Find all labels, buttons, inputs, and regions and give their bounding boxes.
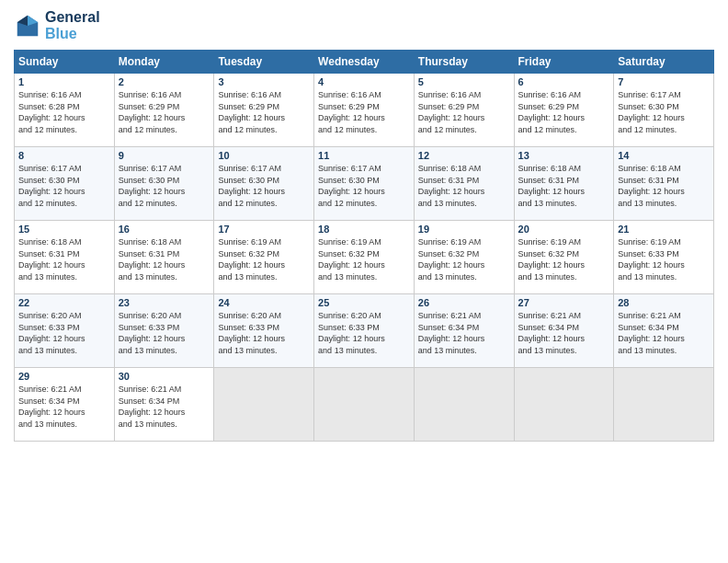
day-info: Sunrise: 6:17 AM Sunset: 6:30 PM Dayligh… [318,163,410,209]
day-cell: 18Sunrise: 6:19 AM Sunset: 6:32 PM Dayli… [314,221,415,294]
day-cell [414,368,514,442]
day-cell: 17Sunrise: 6:19 AM Sunset: 6:32 PM Dayli… [214,221,314,294]
day-number: 24 [218,297,310,308]
day-cell: 24Sunrise: 6:20 AM Sunset: 6:33 PM Dayli… [214,294,314,368]
week-row-3: 15Sunrise: 6:18 AM Sunset: 6:31 PM Dayli… [15,221,714,294]
logo: General Blue [14,9,100,42]
day-number: 30 [119,371,210,382]
header-day-thursday: Thursday [414,51,514,74]
day-cell: 30Sunrise: 6:21 AM Sunset: 6:34 PM Dayli… [114,368,214,442]
week-row-4: 22Sunrise: 6:20 AM Sunset: 6:33 PM Dayli… [15,294,714,368]
week-row-2: 8Sunrise: 6:17 AM Sunset: 6:30 PM Daylig… [15,147,714,221]
day-cell: 5Sunrise: 6:16 AM Sunset: 6:29 PM Daylig… [414,74,514,147]
day-cell: 3Sunrise: 6:16 AM Sunset: 6:29 PM Daylig… [214,74,314,147]
day-number: 21 [618,224,710,235]
day-info: Sunrise: 6:16 AM Sunset: 6:29 PM Dayligh… [218,89,310,135]
day-info: Sunrise: 6:18 AM Sunset: 6:31 PM Dayligh… [119,236,210,282]
day-cell [514,368,614,442]
day-info: Sunrise: 6:16 AM Sunset: 6:29 PM Dayligh… [518,89,610,135]
day-info: Sunrise: 6:19 AM Sunset: 6:32 PM Dayligh… [418,236,510,282]
day-number: 25 [318,297,410,308]
header-day-friday: Friday [514,51,614,74]
day-number: 10 [218,150,310,161]
header-day-wednesday: Wednesday [314,51,415,74]
day-info: Sunrise: 6:20 AM Sunset: 6:33 PM Dayligh… [119,310,210,356]
day-cell: 26Sunrise: 6:21 AM Sunset: 6:34 PM Dayli… [414,294,514,368]
day-number: 15 [18,224,110,235]
day-info: Sunrise: 6:21 AM Sunset: 6:34 PM Dayligh… [119,384,210,430]
day-info: Sunrise: 6:16 AM Sunset: 6:29 PM Dayligh… [119,89,210,135]
day-info: Sunrise: 6:21 AM Sunset: 6:34 PM Dayligh… [618,310,710,356]
day-info: Sunrise: 6:17 AM Sunset: 6:30 PM Dayligh… [618,89,710,135]
day-number: 14 [618,150,710,161]
day-cell: 9Sunrise: 6:17 AM Sunset: 6:30 PM Daylig… [114,147,214,221]
day-number: 19 [418,224,510,235]
day-number: 1 [18,76,110,87]
day-info: Sunrise: 6:20 AM Sunset: 6:33 PM Dayligh… [318,310,410,356]
calendar-body: 1Sunrise: 6:16 AM Sunset: 6:28 PM Daylig… [15,74,714,442]
day-cell [214,368,314,442]
day-info: Sunrise: 6:18 AM Sunset: 6:31 PM Dayligh… [618,163,710,209]
day-info: Sunrise: 6:20 AM Sunset: 6:33 PM Dayligh… [18,310,110,356]
day-cell: 20Sunrise: 6:19 AM Sunset: 6:32 PM Dayli… [514,221,614,294]
day-number: 11 [318,150,410,161]
calendar-table: SundayMondayTuesdayWednesdayThursdayFrid… [14,50,714,442]
day-info: Sunrise: 6:18 AM Sunset: 6:31 PM Dayligh… [418,163,510,209]
header-day-sunday: Sunday [15,51,115,74]
logo-icon [14,12,41,40]
header-row: General Blue [14,9,714,42]
day-number: 17 [218,224,310,235]
day-cell [614,368,714,442]
day-cell: 10Sunrise: 6:17 AM Sunset: 6:30 PM Dayli… [214,147,314,221]
day-number: 22 [18,297,110,308]
day-cell: 23Sunrise: 6:20 AM Sunset: 6:33 PM Dayli… [114,294,214,368]
day-number: 18 [318,224,410,235]
day-cell: 29Sunrise: 6:21 AM Sunset: 6:34 PM Dayli… [15,368,115,442]
day-info: Sunrise: 6:21 AM Sunset: 6:34 PM Dayligh… [418,310,510,356]
day-cell: 4Sunrise: 6:16 AM Sunset: 6:29 PM Daylig… [314,74,415,147]
day-number: 12 [418,150,510,161]
week-row-1: 1Sunrise: 6:16 AM Sunset: 6:28 PM Daylig… [15,74,714,147]
day-number: 13 [518,150,610,161]
day-number: 23 [119,297,210,308]
day-number: 3 [218,76,310,87]
day-number: 27 [518,297,610,308]
day-number: 2 [119,76,210,87]
day-info: Sunrise: 6:19 AM Sunset: 6:33 PM Dayligh… [618,236,710,282]
day-number: 4 [318,76,410,87]
day-cell: 22Sunrise: 6:20 AM Sunset: 6:33 PM Dayli… [15,294,115,368]
day-cell: 7Sunrise: 6:17 AM Sunset: 6:30 PM Daylig… [614,74,714,147]
day-info: Sunrise: 6:19 AM Sunset: 6:32 PM Dayligh… [218,236,310,282]
day-cell: 19Sunrise: 6:19 AM Sunset: 6:32 PM Dayli… [414,221,514,294]
header-row-days: SundayMondayTuesdayWednesdayThursdayFrid… [15,51,714,74]
day-info: Sunrise: 6:16 AM Sunset: 6:29 PM Dayligh… [318,89,410,135]
day-cell: 8Sunrise: 6:17 AM Sunset: 6:30 PM Daylig… [15,147,115,221]
calendar-container: General Blue SundayMondayTuesdayWednesda… [0,0,728,451]
day-cell: 25Sunrise: 6:20 AM Sunset: 6:33 PM Dayli… [314,294,415,368]
day-number: 8 [18,150,110,161]
day-info: Sunrise: 6:17 AM Sunset: 6:30 PM Dayligh… [218,163,310,209]
day-cell: 11Sunrise: 6:17 AM Sunset: 6:30 PM Dayli… [314,147,415,221]
day-cell: 14Sunrise: 6:18 AM Sunset: 6:31 PM Dayli… [614,147,714,221]
day-info: Sunrise: 6:21 AM Sunset: 6:34 PM Dayligh… [518,310,610,356]
day-cell: 21Sunrise: 6:19 AM Sunset: 6:33 PM Dayli… [614,221,714,294]
day-cell: 16Sunrise: 6:18 AM Sunset: 6:31 PM Dayli… [114,221,214,294]
day-number: 28 [618,297,710,308]
day-number: 5 [418,76,510,87]
day-cell: 1Sunrise: 6:16 AM Sunset: 6:28 PM Daylig… [15,74,115,147]
header-day-tuesday: Tuesday [214,51,314,74]
day-number: 26 [418,297,510,308]
day-info: Sunrise: 6:16 AM Sunset: 6:28 PM Dayligh… [18,89,110,135]
day-cell: 2Sunrise: 6:16 AM Sunset: 6:29 PM Daylig… [114,74,214,147]
day-number: 29 [18,371,110,382]
day-cell: 15Sunrise: 6:18 AM Sunset: 6:31 PM Dayli… [15,221,115,294]
day-info: Sunrise: 6:20 AM Sunset: 6:33 PM Dayligh… [218,310,310,356]
header-day-saturday: Saturday [614,51,714,74]
day-info: Sunrise: 6:17 AM Sunset: 6:30 PM Dayligh… [18,163,110,209]
day-number: 16 [119,224,210,235]
day-cell: 28Sunrise: 6:21 AM Sunset: 6:34 PM Dayli… [614,294,714,368]
day-cell: 12Sunrise: 6:18 AM Sunset: 6:31 PM Dayli… [414,147,514,221]
day-info: Sunrise: 6:17 AM Sunset: 6:30 PM Dayligh… [119,163,210,209]
day-number: 7 [618,76,710,87]
day-number: 20 [518,224,610,235]
